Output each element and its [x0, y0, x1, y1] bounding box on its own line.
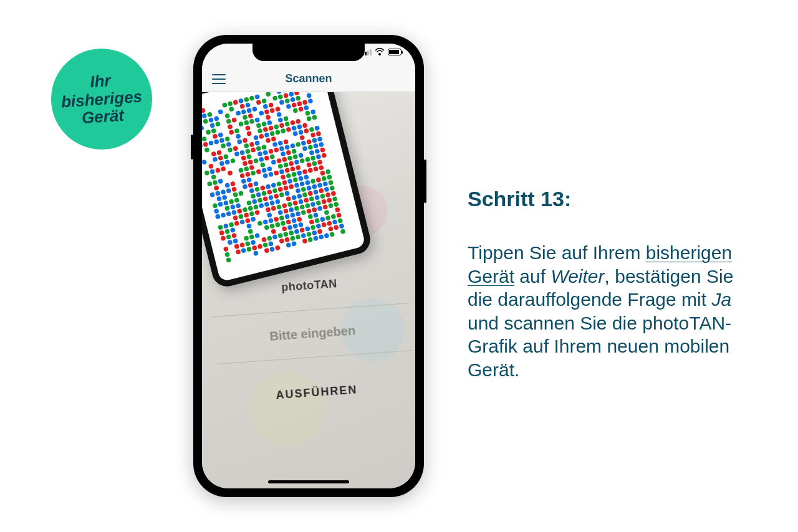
svg-point-287 [281, 174, 286, 180]
svg-point-429 [296, 211, 301, 217]
svg-point-438 [226, 234, 231, 240]
svg-point-478 [229, 245, 234, 250]
svg-point-87 [292, 108, 298, 113]
svg-point-484 [267, 235, 272, 241]
svg-point-246 [256, 169, 261, 174]
svg-point-50 [284, 98, 290, 104]
svg-point-4 [222, 102, 228, 108]
svg-point-445 [275, 222, 281, 227]
svg-point-224 [249, 164, 254, 170]
svg-point-55 [209, 123, 215, 128]
device-badge: Ihr bisheriges Gerät [48, 45, 156, 153]
svg-point-265 [262, 173, 268, 179]
svg-point-464 [271, 229, 276, 234]
svg-point-285 [264, 178, 269, 184]
svg-point-225 [260, 162, 266, 168]
svg-point-365 [275, 199, 281, 204]
svg-point-151 [233, 146, 238, 151]
svg-point-517 [328, 226, 334, 232]
svg-point-504 [257, 244, 262, 249]
svg-point-358 [237, 208, 243, 214]
svg-point-296 [216, 196, 222, 202]
svg-point-448 [291, 218, 297, 224]
svg-point-10 [254, 94, 260, 100]
menu-icon[interactable] [212, 74, 226, 84]
svg-point-25 [234, 105, 239, 110]
svg-point-194 [279, 146, 284, 151]
svg-point-71 [307, 98, 313, 104]
svg-point-235 [314, 148, 320, 154]
svg-point-317 [234, 197, 239, 203]
svg-point-509 [284, 237, 290, 242]
svg-point-301 [254, 186, 260, 192]
svg-point-60 [248, 113, 253, 118]
svg-point-205 [221, 166, 226, 172]
form-input[interactable]: Bitte eingeben [213, 303, 413, 364]
svg-point-419 [230, 227, 236, 233]
svg-point-456 [227, 239, 233, 245]
svg-point-483 [261, 237, 267, 242]
svg-point-245 [251, 170, 256, 176]
svg-point-258 [214, 185, 219, 191]
svg-point-426 [279, 215, 284, 221]
execute-button[interactable]: AUSFÜHREN [218, 379, 415, 406]
svg-point-111 [219, 138, 224, 143]
svg-point-146 [202, 154, 206, 159]
svg-point-266 [268, 171, 274, 177]
svg-point-121 [284, 121, 290, 127]
svg-point-249 [277, 163, 283, 169]
svg-point-339 [246, 200, 252, 206]
svg-point-530 [302, 238, 307, 244]
svg-point-189 [246, 154, 252, 159]
svg-point-362 [259, 203, 264, 209]
svg-point-250 [283, 162, 289, 168]
svg-point-414 [321, 199, 327, 204]
svg-point-84 [276, 112, 282, 117]
svg-point-274 [317, 159, 322, 165]
svg-point-375 [329, 185, 335, 191]
svg-point-147 [206, 153, 211, 158]
status-bar [362, 49, 401, 55]
svg-point-158 [292, 131, 298, 136]
svg-point-136 [264, 132, 269, 138]
svg-point-399 [239, 219, 245, 225]
svg-point-276 [209, 192, 215, 197]
svg-point-248 [267, 166, 272, 172]
svg-point-441 [253, 227, 259, 233]
svg-point-404 [267, 212, 272, 218]
svg-point-284 [259, 179, 264, 185]
svg-point-286 [275, 176, 281, 181]
svg-point-459 [244, 235, 249, 241]
svg-point-260 [230, 181, 236, 187]
home-indicator[interactable] [268, 480, 349, 483]
svg-point-139 [281, 128, 286, 134]
svg-point-232 [298, 153, 304, 158]
svg-point-308 [292, 177, 298, 183]
svg-point-307 [287, 178, 292, 184]
svg-point-161 [309, 126, 314, 132]
svg-point-264 [257, 174, 262, 180]
svg-point-164 [207, 158, 213, 163]
svg-point-247 [261, 168, 267, 173]
svg-point-112 [224, 136, 230, 142]
svg-point-223 [244, 166, 249, 172]
svg-point-184 [219, 161, 224, 166]
svg-point-427 [284, 214, 290, 219]
svg-point-115 [246, 131, 252, 136]
svg-point-59 [242, 115, 248, 120]
svg-point-524 [259, 249, 264, 255]
svg-point-122 [290, 120, 296, 125]
svg-point-325 [289, 184, 294, 189]
svg-point-337 [235, 203, 241, 209]
svg-point-424 [268, 218, 274, 224]
svg-point-213 [281, 151, 286, 157]
svg-point-380 [249, 211, 254, 217]
svg-point-152 [244, 143, 249, 148]
svg-point-463 [265, 230, 271, 235]
svg-point-89 [304, 105, 309, 110]
svg-point-216 [302, 146, 307, 151]
svg-point-322 [272, 188, 277, 194]
phone-notch [252, 44, 365, 61]
svg-point-449 [297, 216, 302, 222]
svg-point-329 [310, 178, 316, 184]
